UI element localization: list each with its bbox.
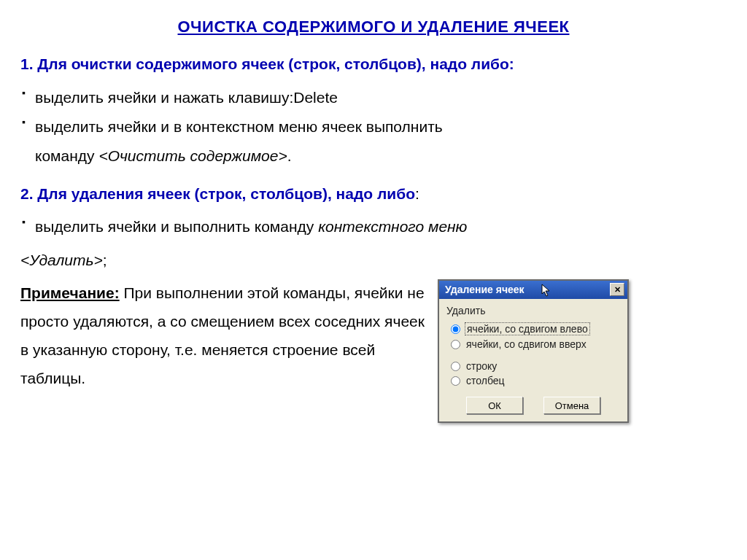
radio-row-shift-left[interactable]: ячейки, со сдвигом влево xyxy=(446,321,620,337)
delete-cells-dialog: Удаление ячеек ✕ Удалить ячейки, со сдви… xyxy=(438,279,629,423)
radio-group-shift: ячейки, со сдвигом влево ячейки, со сдви… xyxy=(446,321,620,351)
radio-label-shift-up[interactable]: ячейки, со сдвигом вверх xyxy=(465,338,588,350)
section-2-num: 2. xyxy=(20,185,37,202)
section-2-heading: 2. Для удаления ячеек (строк, столбцов),… xyxy=(20,179,727,209)
radio-row-column[interactable]: столбец xyxy=(446,373,620,388)
dialog-title: Удаление ячеек xyxy=(445,284,525,295)
radio-label-shift-left[interactable]: ячейки, со сдвигом влево xyxy=(465,322,590,335)
close-icon: ✕ xyxy=(614,285,621,295)
radio-group-rowcol: строку столбец xyxy=(446,359,620,388)
dialog-group-label: Удалить xyxy=(446,305,620,316)
radio-shift-up[interactable] xyxy=(451,340,460,349)
bullet-text-line2a: команду xyxy=(35,147,98,164)
bullet-text-line1: выделить ячейки и в контекстном меню яче… xyxy=(35,118,443,135)
note-row: Примечание: При выполнении этой команды,… xyxy=(20,279,727,423)
section-1-heading: 1. Для очистки содержимого ячеек (строк,… xyxy=(20,50,727,79)
list-item: выделить ячейки и выполнить команду конт… xyxy=(22,212,727,241)
command-delete: <Удалить> xyxy=(20,252,103,268)
dialog-button-row: ОК Отмена xyxy=(446,397,620,414)
bullet-text-a: выделить ячейки и выполнить команду xyxy=(35,218,318,235)
section-2-list: выделить ячейки и выполнить команду конт… xyxy=(20,212,727,241)
page-title: ОЧИСТКА СОДЕРЖИМОГО И УДАЛЕНИЕ ЯЧЕЕК xyxy=(20,18,727,36)
radio-row[interactable] xyxy=(451,362,460,371)
radio-row-shift-up[interactable]: ячейки, со сдвигом вверх xyxy=(446,337,620,351)
note-label: Примечание: xyxy=(20,284,120,301)
dialog-body: Удалить ячейки, со сдвигом влево ячейки,… xyxy=(439,299,627,421)
radio-row-row[interactable]: строку xyxy=(446,359,620,373)
note-block: Примечание: При выполнении этой команды,… xyxy=(20,279,429,392)
delete-command-line: <Удалить>; xyxy=(20,246,727,275)
bullet-text-line2b: . xyxy=(287,147,292,164)
radio-label-column[interactable]: столбец xyxy=(465,375,506,386)
ok-button[interactable]: ОК xyxy=(466,397,523,414)
context-menu-text: контекстного меню xyxy=(318,218,467,235)
section-2-lead: Для удаления ячеек (строк, столбцов), на… xyxy=(37,185,415,202)
section-1-num: 1. xyxy=(20,55,37,72)
command-clear-contents: <Очистить содержимое> xyxy=(98,147,287,164)
close-button[interactable]: ✕ xyxy=(610,283,624,296)
section-2-colon: : xyxy=(415,185,419,202)
bullet-text: выделить ячейки и нажать клавишу:Delete xyxy=(35,89,338,106)
radio-label-row[interactable]: строку xyxy=(465,360,498,372)
radio-shift-left[interactable] xyxy=(451,324,460,334)
radio-column[interactable] xyxy=(451,376,460,386)
dialog-titlebar[interactable]: Удаление ячеек ✕ xyxy=(439,281,627,299)
list-item: выделить ячейки и нажать клавишу:Delete xyxy=(22,83,727,112)
section-1-lead: Для очистки содержимого ячеек (строк, ст… xyxy=(37,55,514,72)
section-1-list: выделить ячейки и нажать клавишу:Delete … xyxy=(20,83,727,171)
cancel-button[interactable]: Отмена xyxy=(543,397,600,414)
mouse-cursor-icon xyxy=(541,284,553,297)
list-item: выделить ячейки и в контекстном меню яче… xyxy=(22,112,727,171)
semicolon: ; xyxy=(103,252,107,268)
